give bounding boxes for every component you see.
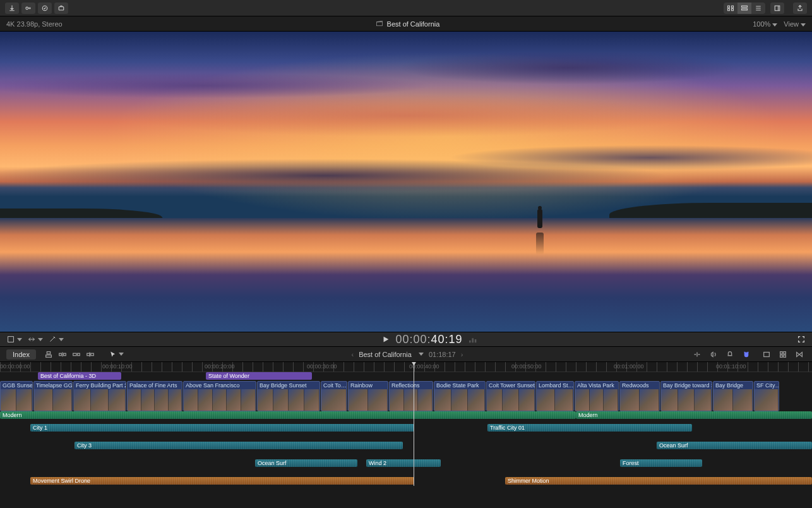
video-clip[interactable]: Ferry Building Part 2 [73,381,126,411]
ruler-tick: 00:01:00:00 [614,363,644,370]
svg-rect-23 [764,352,770,356]
video-clip[interactable]: Rainbow [348,381,388,411]
main-toolbar [0,0,812,16]
audio-clip[interactable]: Forest [620,459,702,467]
play-button[interactable] [381,335,390,344]
audio-skimming-toggle[interactable] [707,349,720,360]
clip-label: Bay Bridge [715,382,743,389]
timecode-display[interactable]: 00:00:40:19 [395,332,462,346]
timeline[interactable]: 00:00:00:0000:00:10:0000:00:20:0000:00:3… [0,362,812,486]
svg-rect-15 [46,354,52,357]
format-label: 4K 23.98p, Stereo [6,20,63,28]
retime-tool-dropdown[interactable] [27,335,43,344]
prev-edit-button[interactable]: ‹ [351,351,354,358]
timeline-display-button[interactable] [760,349,773,360]
audio-clip[interactable]: Modern [0,411,576,419]
video-clip[interactable]: Timelapse GGB [33,381,73,411]
title-clip[interactable]: State of Wonder [206,372,312,380]
svg-rect-7 [742,6,748,7]
title-clip[interactable]: Best of California - 3D [38,372,121,380]
audio-clip[interactable]: Movement Swirl Drone [30,477,414,485]
snapping-toggle[interactable] [740,349,753,360]
audio-clip[interactable]: Ocean Surf [657,442,812,449]
svg-rect-3 [728,6,730,8]
audio-clip[interactable]: Traffic City 01 [487,424,692,432]
svg-rect-14 [474,339,476,342]
append-clip-button[interactable] [70,349,83,360]
keyword-button[interactable] [21,3,35,14]
playback-bar: 00:00:40:19 [0,332,812,347]
effects-browser-button[interactable] [777,349,789,360]
clapper-icon [376,20,383,28]
playhead[interactable] [414,362,414,486]
clip-label: Lombard St… [539,382,574,389]
svg-rect-27 [784,354,786,357]
ruler-tick: 00:00:10:00 [102,363,133,370]
audio-clip[interactable]: Wind 2 [366,459,441,467]
svg-point-0 [26,7,28,9]
clip-label: Coit To… [323,382,347,389]
video-clip[interactable]: Palace of Fine Arts [127,381,182,411]
timeline-project-name[interactable]: Best of California [359,351,412,358]
svg-rect-4 [732,6,734,8]
timeline-duration: 01:18:17 [429,351,456,358]
svg-rect-24 [780,351,783,354]
svg-rect-26 [780,354,783,357]
inspector-toggle-button[interactable] [770,3,784,14]
next-edit-button[interactable]: › [461,351,463,358]
fullscreen-button[interactable] [797,335,806,344]
transitions-browser-button[interactable] [793,349,806,360]
select-tool-dropdown[interactable] [109,351,124,358]
insert-clip-button[interactable] [56,349,69,360]
video-clip[interactable]: Redwoods [619,381,660,411]
background-tasks-button[interactable] [38,3,52,14]
clip-label: Bodie State Park [436,382,479,389]
video-clip[interactable]: Bodie State Park [434,381,486,411]
video-clip[interactable]: Lombard St… [536,381,574,411]
audio-clip[interactable]: City 3 [75,442,403,449]
project-title: Best of California [387,20,440,28]
browser-layout-segment [724,3,765,14]
video-clip[interactable]: GGB Sunset [0,381,33,411]
clip-view-button[interactable] [724,3,737,14]
share-button[interactable] [793,3,807,14]
svg-rect-10 [376,21,382,25]
viewer-canvas[interactable] [0,32,812,332]
zoom-dropdown[interactable]: 100% [753,20,777,28]
connect-clip-button[interactable] [42,349,55,360]
import-button[interactable] [5,3,19,14]
skimming-toggle[interactable] [691,349,703,360]
list-view-button[interactable] [737,3,751,14]
video-clip[interactable]: Bay Bridge toward SF [660,381,712,411]
transform-tool-dropdown[interactable] [6,335,22,344]
video-clip[interactable]: SF City… [754,381,779,411]
audio-clip[interactable]: Modern [576,411,812,419]
svg-rect-5 [728,8,730,10]
audio-clip[interactable]: City 1 [30,424,414,432]
video-clip[interactable]: Alta Vista Park [575,381,619,411]
audio-clip[interactable]: Ocean Surf [255,459,357,467]
svg-rect-6 [732,8,734,10]
enhance-button[interactable] [54,3,68,14]
video-clip[interactable]: Coit To… [321,381,347,411]
video-clip[interactable]: Bay Bridge [713,381,753,411]
index-button[interactable]: Index [6,349,36,360]
video-clip[interactable]: Coit Tower Sunset [486,381,535,411]
video-clip[interactable]: Above San Francisco [183,381,256,411]
svg-rect-12 [469,341,471,343]
filmstrip-view-button[interactable] [751,3,765,14]
enhance-tool-dropdown[interactable] [48,335,64,344]
audio-lane-2: City 1Traffic City 01 [0,424,812,433]
clip-label: Alta Vista Park [577,382,614,389]
timeline-ruler[interactable]: 00:00:00:0000:00:10:0000:00:20:0000:00:3… [0,362,812,372]
solo-toggle[interactable] [724,349,736,360]
video-clip[interactable]: Reflections [389,381,433,411]
audio-clip[interactable]: Shimmer Motion [505,477,812,485]
overwrite-clip-button[interactable] [84,349,97,360]
ruler-tick: 00:00:50:00 [511,363,542,370]
clip-label: Redwoods [622,382,649,389]
view-dropdown[interactable]: View [784,20,806,28]
clip-label: Bay Bridge toward SF [663,382,712,389]
video-clip[interactable]: Bay Bridge Sunset [257,381,320,411]
audio-meter-icon[interactable] [468,335,479,344]
